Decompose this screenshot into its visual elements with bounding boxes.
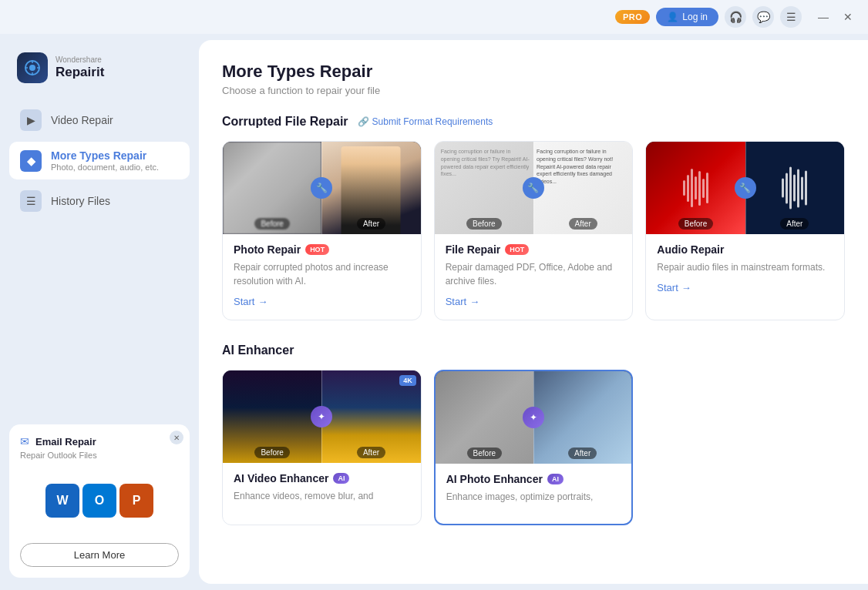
learn-more-button[interactable]: Learn More [20,543,179,567]
app-logo: Wondershare Repairit [9,46,190,99]
powerpoint-icon: P [119,484,153,518]
start-label: Start [657,282,678,293]
headphone-icon[interactable]: 🎧 [725,6,746,28]
file-repair-body: File Repair HOT Repair damaged PDF, Offi… [435,234,633,307]
minimize-button[interactable]: — [812,6,834,28]
corrupted-section-header: Corrupted File Repair 🔗 Submit Format Re… [222,115,845,129]
audio-waves-before [646,169,745,207]
card-title-row: Audio Repair [657,243,833,256]
audio-after: After [745,142,844,234]
email-repair-card: ✕ ✉ Email Repair Repair Outlook Files W … [9,424,190,578]
ai-photo-image: Before After ✦ [436,371,632,464]
sidebar-item-video-repair[interactable]: ▶ Video Repair [9,102,190,139]
sidebar-item-video-repair-content: Video Repair [51,114,113,126]
card-desc: Repair damaged PDF, Office, Adobe and ar… [446,260,622,288]
audio-repair-body: Audio Repair Repair audio files in mains… [646,234,844,293]
outlook-icon: O [82,484,116,518]
sidebar-item-more-types-repair[interactable]: ◆ More Types Repair Photo, document, aud… [9,142,190,179]
start-label: Start [234,296,254,307]
after-label: After [357,447,385,458]
audio-waves-after [745,167,844,210]
sidebar-item-label: History Files [51,195,110,207]
hot-badge: HOT [305,244,329,255]
before-label: Before [467,448,502,459]
repair-overlay-icon: 🔧 [311,177,332,199]
ai-overlay-icon: ✦ [311,406,332,427]
audio-repair-card[interactable]: Before Afte [645,141,845,320]
after-label: After [780,218,809,230]
email-icon: ✉ [20,435,29,448]
photo-before: Before [223,142,321,234]
window-controls: — ✕ [812,6,859,28]
before-label: Before [678,218,713,230]
logo-icon [17,52,48,83]
ai-video-after: 4K After [321,370,420,463]
corrupted-section-title: Corrupted File Repair [222,115,348,129]
card-title: Audio Repair [657,243,724,256]
ai-video-body: AI Video Enhancer AI Enhance videos, rem… [223,463,421,503]
email-card-header: ✉ Email Repair [20,435,179,448]
arrow-icon: → [257,296,267,307]
card-title: AI Video Enhancer [234,472,328,484]
card-desc: Repair corrupted photos and increase res… [234,260,410,288]
page-title: More Types Repair [222,62,845,82]
file-before: Facing corruption or failure in opening … [435,142,533,234]
sidebar-item-label: More Types Repair [51,149,159,162]
sidebar: Wondershare Repairit ▶ Video Repair ◆ Mo… [0,34,199,590]
card-title: File Repair [446,243,501,256]
ai-badge: AI [547,474,564,484]
email-card-illustration: W O P [20,466,179,535]
sidebar-item-history-files[interactable]: ☰ History Files [9,183,190,220]
audio-before: Before [646,142,745,234]
logo-text: Wondershare Repairit [56,55,104,80]
login-button[interactable]: 👤 Log in [656,8,718,26]
ai-video-before: Before [223,370,321,463]
ai-photo-body: AI Photo Enhancer AI Enhance images, opt… [436,464,632,504]
ai-photo-enhancer-card[interactable]: Before After ✦ AI Photo Enhancer AI Enha… [434,370,634,525]
chat-icon[interactable]: 💬 [752,6,774,28]
page-subtitle: Choose a function to repair your file [222,85,845,96]
file-repair-card[interactable]: Facing corruption or failure in opening … [434,141,634,320]
photo-repair-image: Before After 🔧 [223,142,421,234]
card-title-row: File Repair HOT [446,243,622,256]
email-card-close-button[interactable]: ✕ [170,431,183,444]
audio-repair-image: Before Afte [646,142,844,234]
word-icon: W [45,484,79,518]
submit-link-text: Submit Format Requirements [372,116,493,127]
photo-repair-start[interactable]: Start → [234,296,410,307]
titlebar: PRO 👤 Log in 🎧 💬 ☰ — ✕ [0,0,868,34]
submit-format-link[interactable]: 🔗 Submit Format Requirements [358,116,493,127]
more-types-icon: ◆ [20,150,42,172]
logo-name: Repairit [56,65,104,80]
card-desc: Enhance videos, remove blur, and [234,489,410,503]
ai-video-enhancer-card[interactable]: Before 4K After ✦ AI Video Enhancer AI [222,370,422,525]
sidebar-item-sub: Photo, document, audio, etc. [51,163,159,172]
video-repair-icon: ▶ [20,109,42,131]
close-button[interactable]: ✕ [837,6,859,28]
start-label: Start [446,296,466,307]
after-label: After [568,448,597,459]
audio-repair-start[interactable]: Start → [657,282,833,293]
photo-repair-card[interactable]: Before After 🔧 Photo Repair HOT [222,141,422,320]
before-label: Before [466,218,501,230]
card-title-row: Photo Repair HOT [234,243,410,256]
history-files-icon: ☰ [20,190,42,212]
svg-point-1 [29,65,35,71]
menu-icon[interactable]: ☰ [780,6,802,28]
ai-overlay-icon: ✦ [523,407,544,428]
arrow-icon: → [681,282,691,293]
before-label: Before [254,447,289,458]
repair-overlay-icon: 🔧 [735,177,756,199]
arrow-icon: → [469,296,479,307]
photo-after: After [321,142,420,234]
4k-badge: 4K [399,375,416,386]
pro-badge[interactable]: PRO [615,10,650,24]
file-repair-start[interactable]: Start → [446,296,622,307]
after-label: After [569,218,597,230]
ai-photo-after: After [533,371,631,464]
hot-badge: HOT [505,244,529,255]
card-title: AI Photo Enhancer [446,473,543,485]
sidebar-item-label: Video Repair [51,114,113,126]
card-desc: Enhance images, optimize portraits, [446,490,621,504]
sidebar-item-history-content: History Files [51,195,110,207]
